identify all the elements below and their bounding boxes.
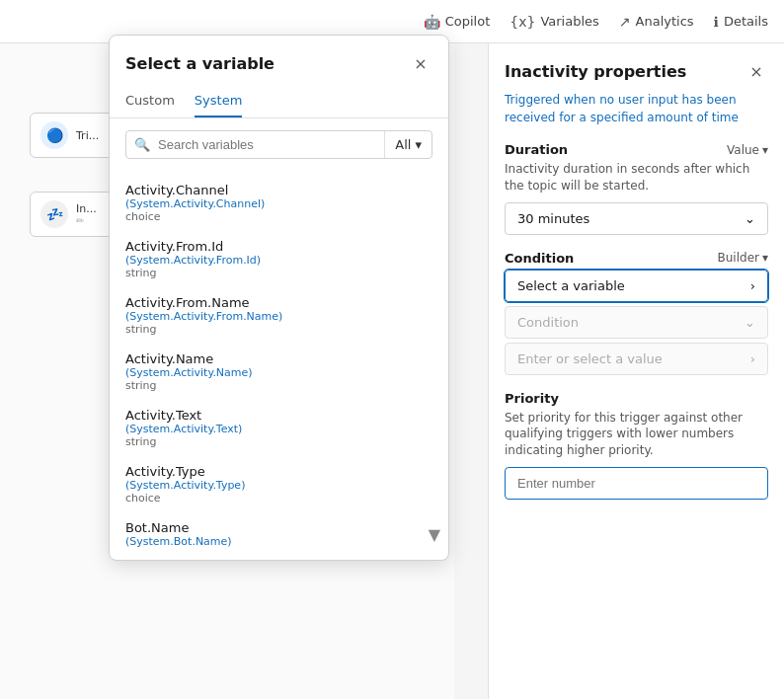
tab-custom[interactable]: Custom bbox=[125, 87, 175, 117]
duration-chevron-icon: ▾ bbox=[762, 143, 768, 157]
condition-mode-label: Builder bbox=[718, 251, 759, 265]
nav-copilot-label: Copilot bbox=[445, 14, 491, 29]
trigger-node-icon: 🔵 bbox=[40, 121, 68, 149]
nav-analytics[interactable]: ↗ Analytics bbox=[619, 14, 694, 30]
condition-section-header: Condition Builder ▾ bbox=[505, 251, 768, 266]
priority-description: Set priority for this trigger against ot… bbox=[505, 410, 768, 459]
var-system-name: (System.Activity.From.Id) bbox=[125, 254, 432, 267]
nav-variables-label: Variables bbox=[540, 14, 598, 29]
search-filter-label: All bbox=[395, 137, 411, 152]
tab-system[interactable]: System bbox=[195, 87, 242, 117]
var-name: Activity.From.Name bbox=[125, 295, 432, 310]
search-bar: 🔍 All ▾ bbox=[125, 130, 432, 159]
dialog-tabs: Custom System bbox=[110, 87, 448, 118]
var-type: choice bbox=[125, 492, 432, 505]
var-system-name: (System.Activity.Name) bbox=[125, 366, 432, 379]
condition-mode-toggle[interactable]: Builder ▾ bbox=[718, 251, 768, 265]
dialog-title: Select a variable bbox=[125, 54, 274, 73]
list-item[interactable]: Activity.From.Name (System.Activity.From… bbox=[110, 287, 448, 344]
filter-chevron-icon: ▾ bbox=[415, 137, 422, 152]
var-system-name: (System.Bot.Name) bbox=[125, 535, 432, 548]
inactivity-node-label: In... bbox=[76, 202, 97, 215]
nav-variables[interactable]: {x} Variables bbox=[510, 14, 599, 30]
trigger-node-label: Tri... bbox=[76, 129, 99, 142]
dialog-close-button[interactable]: × bbox=[409, 51, 432, 75]
panel-close-button[interactable]: × bbox=[745, 59, 768, 83]
nav-copilot[interactable]: 🤖 Copilot bbox=[424, 14, 491, 30]
analytics-icon: ↗ bbox=[619, 14, 631, 30]
condition-section: Condition Builder ▾ Select a variable › … bbox=[505, 251, 768, 375]
var-system-name: (System.Activity.Type) bbox=[125, 479, 432, 492]
nav-details[interactable]: ℹ Details bbox=[714, 14, 768, 30]
condition-label: Condition bbox=[505, 251, 574, 266]
inactivity-node-icon: 💤 bbox=[40, 200, 68, 228]
variable-dialog: Select a variable × Custom System 🔍 All … bbox=[109, 35, 449, 561]
var-type: string bbox=[125, 323, 432, 336]
duration-dropdown-chevron: ⌄ bbox=[745, 211, 755, 226]
list-item[interactable]: Activity.Channel (System.Activity.Channe… bbox=[110, 175, 448, 231]
var-system-name: (System.Activity.From.Name) bbox=[125, 310, 432, 323]
var-type: string bbox=[125, 435, 432, 448]
right-panel: Inactivity properties × Triggered when n… bbox=[488, 43, 784, 699]
priority-input[interactable] bbox=[505, 467, 768, 500]
search-filter-dropdown[interactable]: All ▾ bbox=[384, 131, 431, 158]
var-name: Bot.Name bbox=[125, 520, 432, 535]
duration-mode-toggle[interactable]: Value ▾ bbox=[727, 143, 768, 157]
value-chevron: › bbox=[750, 351, 755, 366]
list-item[interactable]: Bot.Name (System.Bot.Name) bbox=[110, 512, 448, 556]
dialog-header: Select a variable × bbox=[110, 36, 448, 87]
variable-select-chevron: › bbox=[750, 278, 755, 293]
var-name: Activity.From.Id bbox=[125, 239, 432, 254]
search-input[interactable] bbox=[158, 131, 384, 158]
var-type: string bbox=[125, 379, 432, 392]
details-icon: ℹ bbox=[714, 14, 719, 30]
duration-section-header: Duration Value ▾ bbox=[505, 142, 768, 157]
panel-header: Inactivity properties × bbox=[505, 59, 768, 83]
priority-section: Priority Set priority for this trigger a… bbox=[505, 391, 768, 500]
select-variable-button[interactable]: Select a variable › bbox=[505, 270, 768, 302]
condition-chevron-icon: ▾ bbox=[762, 251, 768, 265]
list-item[interactable]: Activity.Name (System.Activity.Name) str… bbox=[110, 344, 448, 400]
select-variable-label: Select a variable bbox=[517, 278, 625, 293]
duration-label: Duration bbox=[505, 142, 568, 157]
condition-dropdown-chevron: ⌄ bbox=[745, 315, 755, 330]
condition-dropdown: Condition ⌄ bbox=[505, 306, 768, 339]
var-name: Activity.Type bbox=[125, 464, 432, 479]
duration-dropdown[interactable]: 30 minutes ⌄ bbox=[505, 202, 768, 235]
inactivity-node-edit-icon: ✏ bbox=[76, 215, 97, 226]
nav-analytics-label: Analytics bbox=[636, 14, 694, 29]
condition-placeholder: Condition bbox=[517, 315, 579, 330]
var-type: string bbox=[125, 267, 432, 279]
duration-mode-label: Value bbox=[727, 143, 759, 157]
panel-title: Inactivity properties bbox=[505, 62, 686, 81]
priority-label: Priority bbox=[505, 391, 768, 406]
duration-description: Inactivity duration in seconds after whi… bbox=[505, 161, 768, 194]
variables-icon: {x} bbox=[510, 14, 535, 30]
duration-selected-value: 30 minutes bbox=[517, 211, 589, 226]
var-system-name: (System.Activity.Channel) bbox=[125, 197, 432, 210]
search-icon: 🔍 bbox=[126, 131, 158, 158]
nav-details-label: Details bbox=[724, 14, 768, 29]
var-name: Activity.Name bbox=[125, 351, 432, 366]
panel-description: Triggered when no user input has been re… bbox=[505, 91, 768, 126]
value-input: Enter or select a value › bbox=[505, 343, 768, 375]
var-name: Activity.Channel bbox=[125, 183, 432, 197]
scroll-down-icon: ▼ bbox=[429, 525, 440, 544]
variable-list: Activity.Channel (System.Activity.Channe… bbox=[110, 171, 448, 560]
var-type: choice bbox=[125, 210, 432, 223]
list-item[interactable]: Activity.From.Id (System.Activity.From.I… bbox=[110, 231, 448, 287]
list-item[interactable]: Activity.Type (System.Activity.Type) cho… bbox=[110, 456, 448, 512]
copilot-icon: 🤖 bbox=[424, 14, 440, 30]
value-placeholder: Enter or select a value bbox=[517, 351, 663, 366]
var-name: Activity.Text bbox=[125, 408, 432, 423]
var-system-name: (System.Activity.Text) bbox=[125, 423, 432, 435]
list-item[interactable]: Activity.Text (System.Activity.Text) str… bbox=[110, 400, 448, 456]
